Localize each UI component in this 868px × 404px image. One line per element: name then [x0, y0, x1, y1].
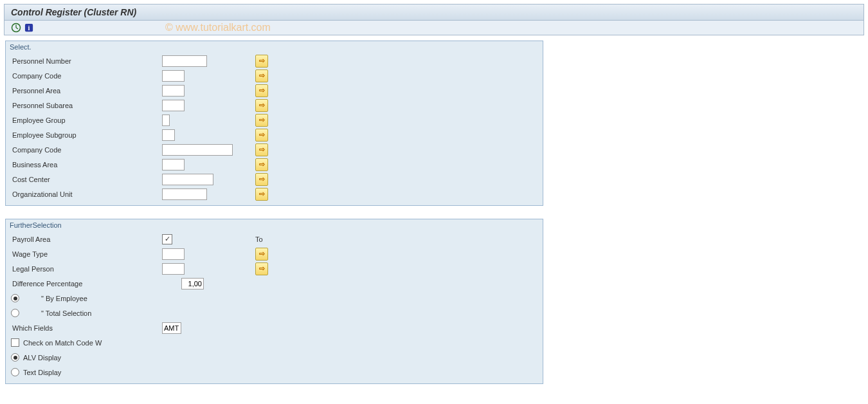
row-employee-subgroup: Employee Subgroup ⇨	[6, 127, 543, 142]
input-business-area[interactable]	[162, 159, 185, 170]
input-personnel-subarea[interactable]	[162, 100, 185, 111]
multiselect-button[interactable]: ⇨	[255, 158, 268, 171]
arrow-right-icon: ⇨	[259, 86, 265, 95]
multiselect-button[interactable]: ⇨	[255, 143, 268, 156]
row-company-code2: Company Code ⇨	[6, 142, 543, 157]
multiselect-button[interactable]: ⇨	[255, 84, 268, 97]
arrow-right-icon: ⇨	[259, 145, 265, 154]
arrow-right-icon: ⇨	[259, 131, 265, 139]
input-employee-subgroup[interactable]	[162, 129, 175, 141]
label-business-area: Business Area	[11, 161, 162, 169]
label-to: To	[255, 235, 345, 243]
label-legal-person: Legal Person	[11, 265, 162, 273]
input-company-code[interactable]	[162, 70, 185, 82]
row-employee-group: Employee Group ⇨	[6, 113, 543, 127]
row-which-fields: Which Fields	[6, 320, 543, 335]
row-by-employee: " By Employee	[6, 291, 543, 306]
label-payroll-area: Payroll Area	[11, 235, 162, 243]
multiselect-button[interactable]: ⇨	[255, 188, 268, 201]
input-legal-person[interactable]	[162, 263, 185, 275]
label-personnel-subarea: Personnel Subarea	[11, 102, 162, 109]
row-cost-center: Cost Center ⇨	[6, 172, 543, 187]
page-title: Control Register (Cluster RN)	[11, 7, 136, 17]
label-personnel-area: Personnel Area	[11, 87, 162, 95]
label-wage-type: Wage Type	[11, 250, 162, 258]
title-bar: Control Register (Cluster RN)	[4, 4, 864, 21]
watermark: © www.tutorialkart.com	[165, 22, 271, 33]
radio-by-employee[interactable]	[11, 294, 19, 302]
row-check-match: Check on Match Code W	[6, 335, 543, 350]
label-check-match: Check on Match Code W	[23, 339, 102, 347]
arrow-right-icon: ⇨	[259, 175, 265, 183]
row-alv-display: ALV Display	[6, 350, 543, 365]
input-cost-center[interactable]	[162, 174, 213, 185]
label-diff-pct: Difference Percentage	[11, 280, 162, 288]
row-legal-person: Legal Person ⇨	[6, 261, 543, 276]
arrow-right-icon: ⇨	[259, 57, 265, 65]
multiselect-button[interactable]: ⇨	[255, 69, 268, 82]
svg-text:i: i	[28, 24, 30, 32]
multiselect-button[interactable]: ⇨	[255, 114, 268, 127]
group-select: Select. Personnel Number ⇨ Company Code …	[5, 41, 543, 206]
multiselect-button[interactable]: ⇨	[255, 248, 268, 261]
row-wage-type: Wage Type ⇨	[6, 246, 543, 261]
arrow-right-icon: ⇨	[259, 101, 265, 109]
checkmark-icon: ✓	[165, 235, 170, 243]
group-select-title: Select.	[6, 41, 543, 53]
input-personnel-area[interactable]	[162, 85, 185, 96]
checkbox-payroll-area[interactable]: ✓	[162, 234, 172, 244]
row-org-unit: Organizational Unit ⇨	[6, 187, 543, 201]
label-by-employee: " By Employee	[23, 295, 87, 302]
arrow-right-icon: ⇨	[259, 116, 265, 124]
input-which-fields[interactable]	[162, 322, 181, 334]
label-company-code: Company Code	[11, 72, 162, 80]
multiselect-button[interactable]: ⇨	[255, 173, 268, 186]
row-personnel-subarea: Personnel Subarea ⇨	[6, 98, 543, 113]
label-personnel-number: Personnel Number	[11, 57, 162, 65]
multiselect-button[interactable]: ⇨	[255, 262, 268, 275]
row-payroll-area: Payroll Area ✓ To	[6, 232, 543, 246]
multiselect-button[interactable]: ⇨	[255, 99, 268, 112]
row-total-selection: " Total Selection	[6, 306, 543, 320]
label-alv-display: ALV Display	[23, 354, 61, 362]
svg-line-2	[16, 28, 18, 29]
input-personnel-number[interactable]	[162, 55, 207, 67]
row-business-area: Business Area ⇨	[6, 157, 543, 172]
label-cost-center: Cost Center	[11, 176, 162, 183]
group-further-title: FurtherSelection	[6, 219, 543, 232]
row-company-code: Company Code ⇨	[6, 68, 543, 83]
group-further: FurtherSelection Payroll Area ✓ To Wage …	[5, 219, 543, 384]
checkbox-check-match[interactable]	[11, 338, 19, 347]
input-diff-pct[interactable]	[181, 278, 204, 289]
input-org-unit[interactable]	[162, 188, 207, 200]
row-diff-pct: Difference Percentage	[6, 276, 543, 291]
input-wage-type[interactable]	[162, 248, 185, 260]
label-employee-subgroup: Employee Subgroup	[11, 131, 162, 139]
row-text-display: Text Display	[6, 365, 543, 380]
label-employee-group: Employee Group	[11, 116, 162, 124]
label-which-fields: Which Fields	[11, 324, 162, 332]
input-company-code2[interactable]	[162, 144, 233, 156]
row-personnel-number: Personnel Number ⇨	[6, 53, 543, 68]
execute-icon[interactable]	[11, 23, 21, 33]
row-personnel-area: Personnel Area ⇨	[6, 83, 543, 98]
label-company-code2: Company Code	[11, 146, 162, 154]
content-area: Select. Personnel Number ⇨ Company Code …	[0, 35, 868, 402]
label-org-unit: Organizational Unit	[11, 190, 162, 198]
label-text-display: Text Display	[23, 369, 61, 376]
label-total-selection: " Total Selection	[23, 309, 91, 317]
multiselect-button[interactable]: ⇨	[255, 129, 268, 142]
input-employee-group[interactable]	[162, 115, 170, 126]
radio-text-display[interactable]	[11, 368, 19, 376]
arrow-right-icon: ⇨	[259, 190, 265, 198]
arrow-right-icon: ⇨	[259, 250, 265, 258]
multiselect-button[interactable]: ⇨	[255, 55, 268, 68]
info-icon[interactable]: i	[24, 23, 34, 33]
radio-total-selection[interactable]	[11, 309, 19, 317]
toolbar: i © www.tutorialkart.com	[4, 21, 864, 35]
arrow-right-icon: ⇨	[259, 264, 265, 273]
arrow-right-icon: ⇨	[259, 71, 265, 80]
arrow-right-icon: ⇨	[259, 160, 265, 169]
radio-alv-display[interactable]	[11, 353, 19, 362]
